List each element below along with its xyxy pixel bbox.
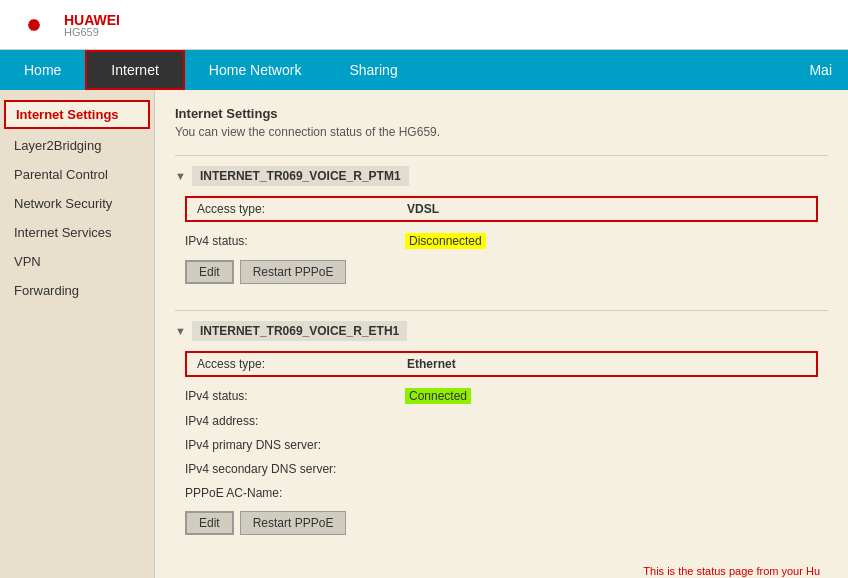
connection-ptm1-header[interactable]: ▼ INTERNET_TR069_VOICE_R_PTM1 [175, 166, 828, 186]
access-type-ptm1-value: VDSL [407, 202, 439, 216]
connection-eth1-title: INTERNET_TR069_VOICE_R_ETH1 [192, 321, 407, 341]
main-navbar: Home Internet Home Network Sharing Mai [0, 50, 848, 90]
sidebar-item-internet-services[interactable]: Internet Services [0, 218, 154, 247]
sidebar-item-vpn[interactable]: VPN [0, 247, 154, 276]
eth1-button-row: Edit Restart PPPoE [175, 505, 828, 541]
sidebar-item-layer2bridging[interactable]: Layer2Bridging [0, 131, 154, 160]
ipv4-status-eth1-row: IPv4 status: Connected [175, 383, 828, 409]
ipv4-status-ptm1-value: Disconnected [405, 233, 486, 249]
connection-ptm1: ▼ INTERNET_TR069_VOICE_R_PTM1 Access typ… [175, 155, 828, 290]
edit-eth1-button[interactable]: Edit [185, 511, 234, 535]
ipv4-status-eth1-label: IPv4 status: [185, 389, 405, 403]
ipv4-dns1-eth1-row: IPv4 primary DNS server: [175, 433, 828, 457]
bottom-note: This is the status page from your Hu [175, 561, 828, 578]
ipv4-status-eth1-value: Connected [405, 388, 471, 404]
restart-pppoe-eth1-button[interactable]: Restart PPPoE [240, 511, 347, 535]
sidebar-item-network-security[interactable]: Network Security [0, 189, 154, 218]
pppoe-ac-name-eth1-label: PPPoE AC-Name: [185, 486, 405, 500]
nav-right-item[interactable]: Mai [793, 50, 848, 90]
ipv4-status-ptm1-row: IPv4 status: Disconnected [175, 228, 828, 254]
nav-home[interactable]: Home [0, 50, 85, 90]
nav-internet[interactable]: Internet [85, 50, 184, 90]
ptm1-button-row: Edit Restart PPPoE [175, 254, 828, 290]
ipv4-dns2-eth1-row: IPv4 secondary DNS server: [175, 457, 828, 481]
access-type-ptm1-label: Access type: [197, 202, 407, 216]
sidebar: Internet Settings Layer2Bridging Parenta… [0, 90, 155, 578]
access-type-eth1-value: Ethernet [407, 357, 456, 371]
restart-pppoe-ptm1-button[interactable]: Restart PPPoE [240, 260, 347, 284]
sidebar-item-parental-control[interactable]: Parental Control [0, 160, 154, 189]
ipv4-address-eth1-row: IPv4 address: [175, 409, 828, 433]
edit-ptm1-button[interactable]: Edit [185, 260, 234, 284]
connection-eth1: ▼ INTERNET_TR069_VOICE_R_ETH1 Access typ… [175, 310, 828, 541]
ipv4-dns2-eth1-label: IPv4 secondary DNS server: [185, 462, 405, 476]
access-type-eth1-label: Access type: [197, 357, 407, 371]
sidebar-item-forwarding[interactable]: Forwarding [0, 276, 154, 305]
chevron-down-icon-eth: ▼ [175, 325, 186, 337]
content-area: Internet Settings You can view the conne… [155, 90, 848, 578]
connection-ptm1-title: INTERNET_TR069_VOICE_R_PTM1 [192, 166, 409, 186]
ipv4-address-eth1-label: IPv4 address: [185, 414, 405, 428]
huawei-logo-icon [12, 9, 56, 41]
ipv4-dns1-eth1-label: IPv4 primary DNS server: [185, 438, 405, 452]
page-description: You can view the connection status of th… [175, 125, 828, 139]
access-type-eth1-box: Access type: Ethernet [185, 351, 818, 377]
access-type-ptm1-box: Access type: VDSL [185, 196, 818, 222]
chevron-down-icon: ▼ [175, 170, 186, 182]
nav-home-network[interactable]: Home Network [185, 50, 326, 90]
huawei-logo [12, 9, 56, 41]
page-title: Internet Settings [175, 106, 828, 121]
connection-eth1-header[interactable]: ▼ INTERNET_TR069_VOICE_R_ETH1 [175, 321, 828, 341]
app-header: HUAWEI HG659 [0, 0, 848, 50]
ipv4-status-ptm1-label: IPv4 status: [185, 234, 405, 248]
pppoe-ac-name-eth1-row: PPPoE AC-Name: [175, 481, 828, 505]
sidebar-item-internet-settings[interactable]: Internet Settings [4, 100, 150, 129]
main-layout: Internet Settings Layer2Bridging Parenta… [0, 90, 848, 578]
nav-sharing[interactable]: Sharing [325, 50, 421, 90]
